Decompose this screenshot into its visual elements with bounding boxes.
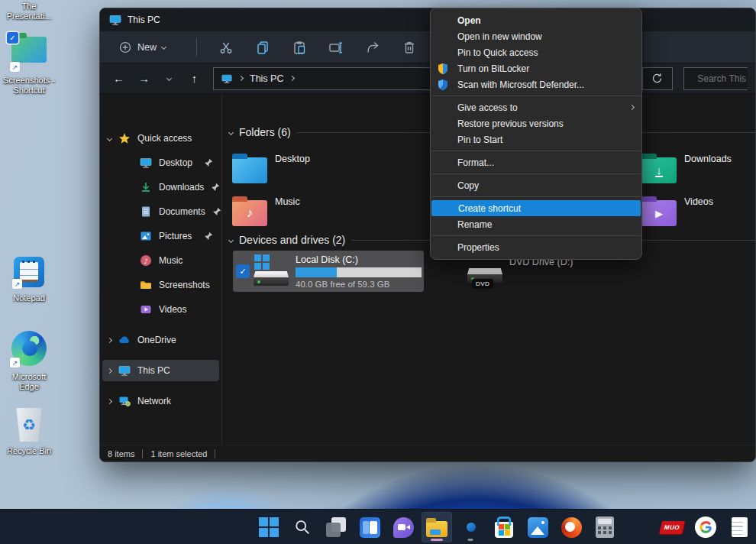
command-bar: New: [100, 31, 755, 63]
search-box[interactable]: [683, 67, 748, 90]
file-explorer-icon: [426, 521, 447, 537]
menu-item-restore-versions[interactable]: Restore previous versions: [431, 115, 641, 131]
chevron-down-icon: [161, 44, 166, 50]
sidebar-item-music[interactable]: Music: [102, 250, 219, 271]
back-button[interactable]: [108, 68, 130, 89]
folder-tile-videos[interactable]: Videos: [641, 190, 756, 232]
folder-tile-desktop[interactable]: Desktop: [232, 147, 423, 189]
taskbar-photos[interactable]: [522, 512, 553, 542]
chevron-collapsed-icon[interactable]: [107, 337, 112, 342]
desktop-icon-recycle-bin[interactable]: Recycle Bin: [0, 408, 58, 456]
drive-name: Local Disk (C:): [296, 254, 422, 265]
menu-item-copy[interactable]: Copy: [431, 177, 641, 193]
taskbar-notepad[interactable]: [623, 512, 654, 542]
refresh-button[interactable]: [642, 67, 674, 90]
share-button[interactable]: [354, 36, 391, 59]
menu-item-create-shortcut[interactable]: Create shortcut: [431, 200, 641, 216]
sidebar-item-screenshots[interactable]: Screenshots: [102, 274, 219, 296]
widgets-button[interactable]: [354, 512, 385, 542]
desktop-icon-label: Notepad: [0, 293, 58, 303]
desktop-folder-icon: [232, 157, 267, 183]
menu-separator: [431, 235, 641, 236]
start-button[interactable]: [254, 512, 284, 542]
menu-item-properties[interactable]: Properties: [431, 239, 641, 255]
search-input[interactable]: [697, 73, 748, 84]
breadcrumb-this-pc[interactable]: This PC: [250, 73, 283, 84]
desktop-icon-edge[interactable]: Microsoft Edge: [0, 331, 58, 392]
taskbar-search-button[interactable]: [287, 512, 318, 542]
taskbar-calculator[interactable]: [590, 512, 620, 542]
taskbar-office[interactable]: [556, 512, 586, 542]
sidebar-item-quick-access[interactable]: Quick access: [102, 128, 219, 149]
menu-item-defender-scan[interactable]: Scan with Microsoft Defender...: [431, 76, 641, 92]
menu-item-open[interactable]: Open: [431, 12, 641, 28]
capacity-bar: [296, 267, 422, 277]
taskbar-google[interactable]: [690, 512, 721, 542]
sidebar-item-onedrive[interactable]: OneDrive: [102, 329, 219, 351]
sidebar-item-documents[interactable]: Documents: [102, 201, 219, 222]
chevron-collapsed-icon[interactable]: [107, 398, 112, 403]
desktop-icon-presentation[interactable]: The Presentati...: [0, 2, 58, 21]
sidebar-item-downloads[interactable]: Downloads: [102, 176, 219, 198]
active-indicator: [431, 539, 443, 541]
sidebar-item-desktop[interactable]: Desktop: [102, 152, 219, 173]
network-icon: [118, 395, 131, 407]
new-button[interactable]: New: [111, 36, 173, 59]
calculator-icon: [596, 516, 614, 538]
google-icon: [695, 516, 716, 538]
menu-item-rename[interactable]: Rename: [431, 216, 641, 232]
copy-button[interactable]: [244, 36, 281, 59]
folder-tile-music[interactable]: Music: [232, 190, 423, 232]
sidebar-item-this-pc[interactable]: This PC: [102, 360, 219, 381]
desktop-icon-notepad[interactable]: Notepad: [0, 257, 58, 303]
capacity-fill: [296, 267, 337, 277]
delete-button[interactable]: [391, 36, 428, 59]
chevron-expanded-icon[interactable]: [228, 129, 234, 134]
selected-checkbox-icon[interactable]: [236, 264, 250, 278]
taskbar-document[interactable]: [724, 512, 754, 542]
this-pc-icon: [118, 364, 131, 377]
desktop-wallpaper: The Presentati... Screenshots - Shortcut…: [0, 0, 756, 544]
copy-icon: [255, 40, 270, 55]
task-view-button[interactable]: [321, 512, 351, 542]
title-bar[interactable]: This PC: [100, 8, 755, 31]
chevron-expanded-icon[interactable]: [228, 237, 234, 242]
sidebar-item-network[interactable]: Network: [102, 390, 219, 412]
forward-button[interactable]: [133, 68, 155, 89]
chevron-expanded-icon[interactable]: [107, 135, 112, 141]
desktop-icon: [140, 157, 152, 169]
menu-item-format[interactable]: Format...: [431, 154, 641, 170]
folder-icon: [140, 279, 152, 291]
chat-button[interactable]: [388, 512, 418, 542]
selected-checkbox-icon[interactable]: [7, 32, 18, 44]
menu-item-bitlocker[interactable]: Turn on BitLocker: [431, 60, 641, 76]
drive-tile-local-disk-c[interactable]: Local Disk (C:) 40.0 GB free of 59.3 GB: [233, 251, 424, 292]
chevron-right-icon[interactable]: [238, 76, 244, 81]
recent-locations-button[interactable]: [158, 68, 180, 89]
sidebar-item-videos[interactable]: Videos: [102, 299, 219, 320]
rename-button[interactable]: [318, 36, 354, 59]
menu-item-pin-to-start[interactable]: Pin to Start: [431, 131, 641, 147]
cut-button[interactable]: [208, 36, 244, 59]
desktop-icon-screenshots-shortcut[interactable]: Screenshots - Shortcut: [0, 31, 58, 96]
sidebar-item-pictures[interactable]: Pictures: [102, 225, 219, 247]
task-view-icon: [326, 517, 346, 537]
taskbar-file-explorer[interactable]: [422, 512, 452, 542]
cut-icon: [218, 40, 234, 55]
taskbar-muo[interactable]: MUO: [657, 512, 687, 542]
chevron-right-icon[interactable]: [289, 76, 295, 81]
menu-item-open-new-window[interactable]: Open in new window: [431, 28, 641, 44]
trash-icon: [402, 40, 417, 55]
taskbar-store[interactable]: [489, 512, 519, 542]
desktop-icon-label: Screenshots - Shortcut: [0, 76, 58, 96]
plus-circle-icon: [118, 40, 132, 54]
folder-tile-downloads[interactable]: Downloads: [641, 147, 756, 189]
menu-item-pin-quick-access[interactable]: Pin to Quick access: [431, 44, 641, 60]
chevron-collapsed-icon[interactable]: [107, 368, 112, 373]
paste-button[interactable]: [281, 36, 318, 59]
taskbar-edge[interactable]: [455, 512, 486, 542]
rename-icon: [328, 40, 344, 55]
menu-item-give-access[interactable]: Give access to: [431, 99, 641, 115]
document-icon: [140, 206, 152, 218]
up-button[interactable]: [183, 68, 205, 89]
